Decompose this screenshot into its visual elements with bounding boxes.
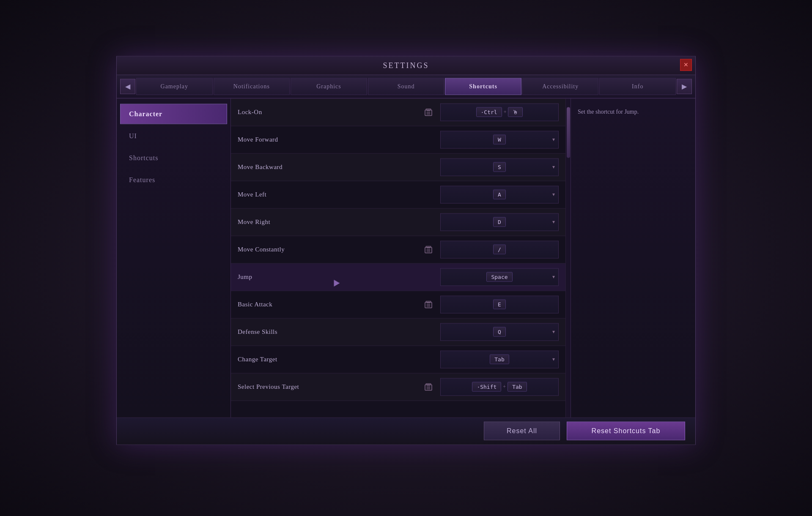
sidebar-item-shortcuts[interactable]: Shortcuts <box>120 147 227 168</box>
tab-sound[interactable]: Sound <box>368 78 444 95</box>
nav-arrow-right[interactable]: ▶ <box>677 79 692 94</box>
close-button[interactable]: ✕ <box>680 59 692 71</box>
shortcuts-list: Lock-On ·Ctrl+🖱Move ForwardWMove Backwar… <box>231 98 565 417</box>
trash-icon-lock-on[interactable] <box>422 105 435 119</box>
tab-notifications[interactable]: Notifications <box>214 78 290 95</box>
settings-window: Settings ✕ ◀ GameplayNotificationsGraphi… <box>116 56 696 445</box>
scrollbar[interactable] <box>565 98 571 417</box>
shortcut-row-select-previous-target: Select Previous Target ·Shift+Tab <box>231 373 565 401</box>
tab-info[interactable]: Info <box>599 78 676 95</box>
trash-icon-select-previous-target[interactable] <box>422 380 435 393</box>
title-bar: Settings ✕ <box>117 56 695 75</box>
shortcut-row-move-forward: Move ForwardW <box>231 126 565 153</box>
shortcut-row-move-left: Move LeftA <box>231 181 565 208</box>
shortcut-name-lock-on: Lock-On <box>238 109 422 116</box>
sidebar-item-ui[interactable]: UI <box>120 126 227 146</box>
svg-rect-14 <box>426 301 431 302</box>
key-display-lock-on[interactable]: ·Ctrl+🖱 <box>440 103 559 121</box>
reset-all-button[interactable]: Reset All <box>484 422 560 440</box>
sidebar: CharacterUIShortcutsFeatures <box>117 98 231 417</box>
info-panel: Set the shortcut for Jump. <box>571 98 695 417</box>
tab-list: GameplayNotificationsGraphicsSoundShortc… <box>136 78 676 95</box>
trash-icon-basic-attack[interactable] <box>422 298 435 311</box>
shortcut-row-move-backward: Move BackwardS <box>231 153 565 181</box>
bottom-bar: Reset All Reset Shortcuts Tab <box>117 417 695 444</box>
shortcut-name-change-target: Change Target <box>238 356 440 363</box>
shortcut-name-move-right: Move Right <box>238 218 440 226</box>
shortcut-row-defense-skills: Defense SkillsQ <box>231 318 565 346</box>
svg-rect-13 <box>427 302 430 303</box>
svg-rect-8 <box>426 246 431 247</box>
key-display-move-right[interactable]: D <box>440 213 559 231</box>
shortcut-name-move-left: Move Left <box>238 191 440 198</box>
tab-navigation: ◀ GameplayNotificationsGraphicsSoundShor… <box>117 75 695 98</box>
window-title: Settings <box>383 61 429 70</box>
tab-shortcuts[interactable]: Shortcuts <box>445 78 521 95</box>
key-display-select-previous-target[interactable]: ·Shift+Tab <box>440 378 559 396</box>
shortcut-name-defense-skills: Defense Skills <box>238 328 440 336</box>
reset-shortcuts-tab-button[interactable]: Reset Shortcuts Tab <box>567 422 685 440</box>
svg-rect-1 <box>427 110 430 111</box>
tab-gameplay[interactable]: Gameplay <box>136 78 213 95</box>
svg-rect-20 <box>426 383 431 385</box>
shortcut-name-basic-attack: Basic Attack <box>238 301 422 308</box>
shortcut-row-jump: JumpSpace <box>231 263 565 291</box>
nav-arrow-left[interactable]: ◀ <box>120 79 135 94</box>
sidebar-item-character[interactable]: Character <box>120 104 227 124</box>
key-display-jump[interactable]: Space <box>440 268 559 286</box>
shortcut-name-move-backward: Move Backward <box>238 164 440 171</box>
scroll-thumb[interactable] <box>567 107 570 158</box>
shortcut-name-move-constantly: Move Constantly <box>238 246 422 253</box>
shortcut-row-move-constantly: Move Constantly / <box>231 236 565 263</box>
key-display-defense-skills[interactable]: Q <box>440 323 559 341</box>
svg-rect-2 <box>426 109 431 110</box>
shortcut-row-move-right: Move RightD <box>231 208 565 236</box>
content-area: CharacterUIShortcutsFeatures Lock-On ·Ct… <box>117 98 695 417</box>
trash-icon-move-constantly[interactable] <box>422 243 435 256</box>
shortcut-row-change-target: Change TargetTab <box>231 346 565 373</box>
key-display-move-constantly[interactable]: / <box>440 240 559 258</box>
tab-graphics[interactable]: Graphics <box>291 78 367 95</box>
shortcut-row-basic-attack: Basic Attack E <box>231 291 565 318</box>
sidebar-item-features[interactable]: Features <box>120 169 227 190</box>
key-display-basic-attack[interactable]: E <box>440 295 559 313</box>
key-display-move-left[interactable]: A <box>440 186 559 203</box>
key-display-move-backward[interactable]: S <box>440 158 559 176</box>
info-text: Set the shortcut for Jump. <box>578 108 639 115</box>
key-display-change-target[interactable]: Tab <box>440 350 559 368</box>
svg-rect-7 <box>427 247 430 248</box>
svg-rect-19 <box>427 385 430 385</box>
tab-accessibility[interactable]: Accessibility <box>522 78 599 95</box>
shortcut-name-select-previous-target: Select Previous Target <box>238 383 422 390</box>
shortcut-name-jump: Jump <box>238 273 440 281</box>
key-display-move-forward[interactable]: W <box>440 131 559 148</box>
shortcut-name-move-forward: Move Forward <box>238 136 440 143</box>
shortcut-row-lock-on: Lock-On ·Ctrl+🖱 <box>231 98 565 126</box>
